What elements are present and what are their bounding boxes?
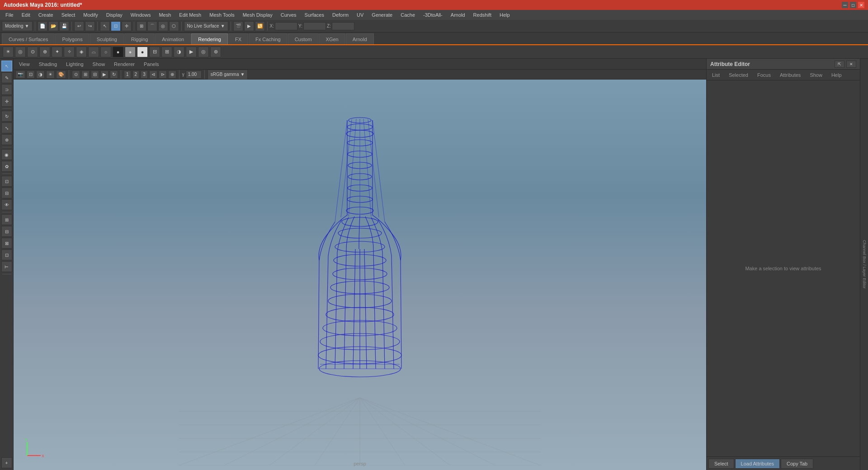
shelf-icon-sun[interactable]: ☀ (3, 47, 14, 57)
paint-select-btn[interactable]: ✎ (1, 72, 12, 83)
rotate-btn[interactable]: ↻ (1, 111, 12, 122)
shelf-icon-arc[interactable]: ⌓ (88, 47, 99, 57)
shelf-btn4[interactable]: ⊡ (1, 249, 12, 260)
minimize-button[interactable]: ─ (842, 2, 848, 8)
new-file-btn[interactable]: 📄 (38, 21, 47, 31)
viewport-menu-renderer[interactable]: Renderer (112, 61, 137, 68)
viewport-menu-panels[interactable]: Panels (142, 61, 161, 68)
vp-ctrl-playblast[interactable]: ▶ (100, 70, 108, 79)
tab-rendering[interactable]: Rendering (191, 33, 228, 44)
vp-ctrl-hud[interactable]: ⊟ (91, 70, 99, 79)
attr-load-btn[interactable]: Load Attributes (735, 459, 780, 469)
menu-curves[interactable]: Curves (277, 11, 300, 19)
paint-weights-btn[interactable]: ✿ (1, 161, 12, 172)
attr-tab-focus[interactable]: Focus (755, 71, 773, 79)
shelf-btn5[interactable]: ⊢ (1, 261, 12, 272)
shelf-btn3[interactable]: ⊠ (1, 238, 12, 249)
snap-curve-btn[interactable]: ⌒ (147, 21, 157, 31)
snap-surface-btn[interactable]: ⬡ (169, 21, 179, 31)
vp-ctrl-res2[interactable]: 2 (132, 70, 140, 79)
vp-ctrl-camera[interactable]: 📷 (15, 70, 25, 79)
viewport-menu-lighting[interactable]: Lighting (64, 61, 85, 68)
menu-display[interactable]: Display (103, 11, 126, 19)
shelf-btn1[interactable]: ⊞ (1, 214, 12, 225)
vp-ctrl-step-fwd[interactable]: ⊳ (159, 70, 167, 79)
ipr-render-btn[interactable]: 🔁 (255, 21, 265, 31)
vp-ctrl-lighting[interactable]: ☀ (46, 70, 55, 79)
shelf-icon-light4[interactable]: ✦ (52, 47, 62, 57)
shelf-icon-sphere-wire[interactable]: ○ (100, 47, 111, 57)
vp-ctrl-res1[interactable]: 1 (124, 70, 131, 79)
viewport-menu-shading[interactable]: Shading (37, 61, 59, 68)
menu-modify[interactable]: Modify (80, 11, 101, 19)
tab-curves-surfaces[interactable]: Curves / Surfaces (2, 33, 55, 44)
attr-panel-float-btn[interactable]: ⇱ (835, 61, 844, 68)
vp-ctrl-reset[interactable]: ⊕ (168, 70, 176, 79)
vp-ctrl-sync[interactable]: ↻ (110, 70, 118, 79)
lasso-tool-btn[interactable]: ⊡ (111, 21, 121, 31)
hide-btn[interactable]: ⊟ (1, 188, 12, 198)
attr-tab-selected[interactable]: Selected (727, 71, 750, 79)
attr-select-btn[interactable]: Select (708, 459, 734, 469)
attr-tab-list[interactable]: List (710, 71, 722, 79)
tab-animation[interactable]: Animation (155, 33, 191, 44)
tab-fx-caching[interactable]: Fx Caching (249, 33, 288, 44)
workspace-dropdown[interactable]: Modeling ▼ (2, 21, 33, 31)
vp-ctrl-shading[interactable]: ◑ (36, 70, 45, 79)
shelf-icon-sphere-dark[interactable]: ● (113, 47, 123, 57)
shelf-icon-light6[interactable]: ◈ (76, 47, 87, 57)
menu-windows[interactable]: Windows (127, 11, 155, 19)
viewport-menu-view[interactable]: View (17, 61, 32, 68)
menu-select[interactable]: Select (58, 11, 79, 19)
move-btn[interactable]: ✛ (1, 96, 12, 107)
shelf-icon-checker[interactable]: ⊟ (149, 47, 160, 57)
scale-btn[interactable]: ⤡ (1, 122, 12, 133)
vp-ctrl-grid[interactable]: ⊞ (81, 70, 90, 79)
shelf-icon-light3[interactable]: ⊕ (39, 47, 50, 57)
redo-btn[interactable]: ↪ (85, 21, 95, 31)
tab-xgen[interactable]: XGen (319, 33, 345, 44)
menu-3dtall[interactable]: -3DtoAll- (420, 11, 446, 19)
menu-edit[interactable]: Edit (18, 11, 34, 19)
vp-ctrl-res3[interactable]: 3 (141, 70, 148, 79)
shelf-icon-light5[interactable]: ✧ (64, 47, 75, 57)
menu-create[interactable]: Create (35, 11, 57, 19)
select-tool-btn[interactable]: ↖ (1, 61, 12, 71)
undo-btn[interactable]: ↩ (74, 21, 84, 31)
move-tool-btn[interactable]: ✛ (122, 21, 132, 31)
x-input[interactable] (275, 22, 297, 30)
vp-ctrl-isolate[interactable]: ⊙ (72, 70, 80, 79)
universal-manip-btn[interactable]: ⊕ (1, 134, 12, 145)
viewport-menu-show[interactable]: Show (91, 61, 107, 68)
attr-copy-tab-btn[interactable]: Copy Tab (781, 459, 813, 469)
tab-polygons[interactable]: Polygons (55, 33, 89, 44)
menu-mesh-tools[interactable]: Mesh Tools (206, 11, 238, 19)
snap-point-btn[interactable]: ◎ (158, 21, 168, 31)
lasso-select-btn[interactable]: ⊃ (1, 84, 12, 95)
z-input[interactable] (332, 22, 354, 30)
open-file-btn[interactable]: 📂 (48, 21, 58, 31)
shelf-btn2[interactable]: ⊟ (1, 226, 12, 237)
attr-tab-help[interactable]: Help (830, 71, 844, 79)
menu-surfaces[interactable]: Surfaces (301, 11, 328, 19)
render-settings-btn[interactable]: 🎬 (233, 21, 243, 31)
vp-ctrl-step-back[interactable]: ⊲ (149, 70, 157, 79)
shelf-icon-render3[interactable]: ⊛ (210, 47, 221, 57)
channel-box-tab[interactable]: Channel Box / Layer Editor (860, 59, 868, 470)
attr-panel-close-btn[interactable]: ✕ (846, 61, 856, 68)
menu-uv[interactable]: UV (353, 11, 367, 19)
vp-ctrl-color[interactable]: 🎨 (56, 70, 66, 79)
shelf-icon-render2[interactable]: ◎ (198, 47, 209, 57)
shelf-icon-light1[interactable]: ◎ (15, 47, 26, 57)
save-btn[interactable]: 💾 (59, 21, 69, 31)
attr-tab-show[interactable]: Show (808, 71, 824, 79)
shelf-icon-texture[interactable]: ⊞ (161, 47, 172, 57)
gamma-value-input[interactable] (186, 70, 202, 79)
tab-custom[interactable]: Custom (288, 33, 319, 44)
menu-arnold[interactable]: Arnold (447, 11, 469, 19)
menu-edit-mesh[interactable]: Edit Mesh (175, 11, 205, 19)
shelf-icon-sphere-mid[interactable]: ● (125, 47, 136, 57)
maximize-button[interactable]: □ (850, 2, 856, 8)
render-btn[interactable]: ▶ (244, 21, 254, 31)
attr-tab-attributes[interactable]: Attributes (778, 71, 802, 79)
